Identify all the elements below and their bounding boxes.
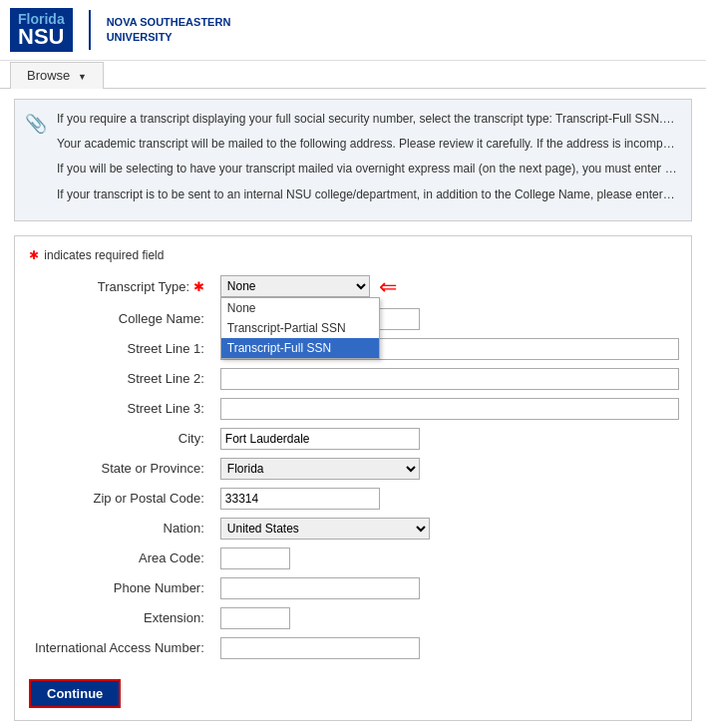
nation-label: Nation: bbox=[164, 521, 204, 536]
nation-select[interactable]: United States bbox=[220, 518, 430, 540]
nation-row: Nation: United States bbox=[29, 514, 685, 544]
areacode-row: Area Code: bbox=[29, 544, 685, 573]
main-content: 📎 If you require a transcript displaying… bbox=[0, 89, 706, 728]
extension-input[interactable] bbox=[220, 607, 290, 629]
info-line-1: If you require a transcript displaying y… bbox=[57, 110, 677, 129]
city-input[interactable] bbox=[220, 428, 420, 450]
nsu-abbreviation: Florida NSU bbox=[10, 8, 73, 52]
city-row: City: bbox=[29, 424, 685, 454]
transcript-required-star: ✱ bbox=[193, 279, 204, 294]
college-name-label: College Name: bbox=[119, 311, 204, 326]
state-row: State or Province: Florida bbox=[29, 454, 685, 484]
info-icon: 📎 bbox=[25, 110, 47, 139]
state-select[interactable]: Florida bbox=[220, 458, 420, 480]
state-label: State or Province: bbox=[101, 461, 203, 476]
zip-row: Zip or Postal Code: bbox=[29, 484, 685, 514]
extension-label: Extension: bbox=[144, 610, 204, 625]
red-arrow-icon: ⇐ bbox=[379, 274, 397, 299]
logo-divider bbox=[89, 10, 91, 50]
tab-bar: Browse ▼ bbox=[0, 61, 706, 89]
phone-label: Phone Number: bbox=[114, 580, 204, 595]
zip-input[interactable] bbox=[220, 488, 380, 510]
transcript-type-select[interactable]: None Transcript-Partial SSN Transcript-F… bbox=[220, 275, 370, 297]
required-note: ✱ indicates required field bbox=[29, 248, 677, 262]
form-table: Transcript Type: ✱ None Transcript-Parti… bbox=[29, 270, 685, 663]
intl-access-row: International Access Number: bbox=[29, 633, 685, 663]
intl-access-input[interactable] bbox=[220, 637, 420, 659]
page-header: Florida NSU NOVA SOUTHEASTERN UNIVERSITY bbox=[0, 0, 706, 61]
transcript-type-dropdown-wrapper: None Transcript-Partial SSN Transcript-F… bbox=[220, 275, 370, 297]
required-star: ✱ bbox=[29, 248, 39, 262]
info-line-3: If you will be selecting to have your tr… bbox=[57, 160, 677, 179]
info-text: If you require a transcript displaying y… bbox=[57, 110, 677, 204]
street3-label: Street Line 3: bbox=[127, 401, 203, 416]
option-partial-item[interactable]: Transcript-Partial SSN bbox=[221, 318, 379, 338]
option-full-item[interactable]: Transcript-Full SSN bbox=[221, 338, 379, 358]
areacode-input[interactable] bbox=[220, 547, 290, 569]
city-label: City: bbox=[178, 431, 204, 446]
transcript-type-row: Transcript Type: ✱ None Transcript-Parti… bbox=[29, 270, 685, 304]
intl-access-label: International Access Number: bbox=[35, 640, 204, 655]
option-none-item[interactable]: None bbox=[221, 298, 379, 318]
areacode-label: Area Code: bbox=[139, 550, 204, 565]
info-line-2: Your academic transcript will be mailed … bbox=[57, 135, 677, 154]
phone-row: Phone Number: bbox=[29, 573, 685, 603]
phone-input[interactable] bbox=[220, 577, 420, 599]
continue-button[interactable]: Continue bbox=[29, 679, 121, 708]
extension-row: Extension: bbox=[29, 603, 685, 633]
street3-input[interactable] bbox=[220, 398, 679, 420]
info-box: 📎 If you require a transcript displaying… bbox=[14, 99, 692, 221]
street2-row: Street Line 2: bbox=[29, 364, 685, 394]
street2-label: Street Line 2: bbox=[127, 371, 203, 386]
nsu-logo: Florida NSU NOVA SOUTHEASTERN UNIVERSITY bbox=[10, 8, 230, 52]
info-line-4: If your transcript is to be sent to an i… bbox=[57, 185, 677, 204]
browse-tab[interactable]: Browse ▼ bbox=[10, 62, 104, 89]
street1-label: Street Line 1: bbox=[127, 341, 203, 356]
street3-row: Street Line 3: bbox=[29, 394, 685, 424]
form-section: ✱ indicates required field Transcript Ty… bbox=[14, 235, 692, 721]
transcript-dropdown-list[interactable]: None Transcript-Partial SSN Transcript-F… bbox=[220, 297, 380, 359]
browse-tab-arrow: ▼ bbox=[78, 72, 87, 82]
university-name: NOVA SOUTHEASTERN UNIVERSITY bbox=[107, 15, 231, 46]
zip-label: Zip or Postal Code: bbox=[94, 491, 204, 506]
street2-input[interactable] bbox=[220, 368, 679, 390]
transcript-type-label: Transcript Type: ✱ bbox=[98, 279, 204, 294]
